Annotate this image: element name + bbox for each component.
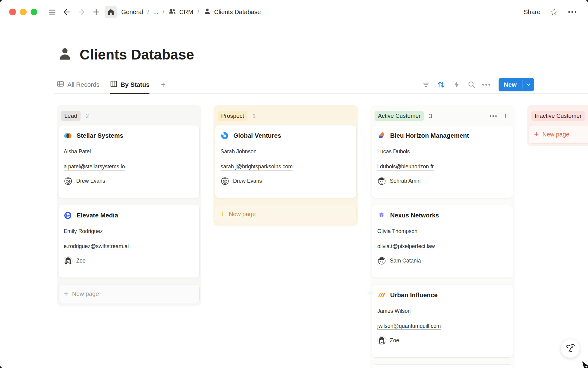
lightning-icon[interactable] <box>452 80 461 89</box>
sam-catania-avatar <box>377 256 386 265</box>
spiral-icon <box>64 211 72 220</box>
email-link[interactable]: jwilson@quantumquill.com <box>377 322 441 330</box>
kanban-column-active-customer: Active Customer 3 + Bleu Horizon Managem… <box>370 105 515 368</box>
owner-row: Drew Evans <box>64 177 194 186</box>
new-page-button[interactable]: + New page <box>529 125 588 144</box>
new-page-button[interactable]: + New page <box>215 205 356 223</box>
owner-row: Drew Evans <box>221 177 351 186</box>
hamburger-icon[interactable] <box>46 6 58 18</box>
company-name: Global Ventures <box>233 131 281 140</box>
new-button-label[interactable]: New <box>499 78 522 91</box>
owner-row: Zoe <box>64 256 194 265</box>
column-add-plus-icon[interactable]: + <box>503 111 508 121</box>
contact-name: James Wilson <box>377 307 508 315</box>
ring-icon <box>221 132 229 140</box>
breadcrumb-separator: / <box>162 9 165 15</box>
chevron-down-icon[interactable] <box>522 78 534 91</box>
partial-card[interactable] <box>372 364 513 368</box>
owner-name: Zoe <box>390 337 399 344</box>
kanban-card[interactable]: Bleu Horizon Management Lucas Dubois l.d… <box>372 125 513 198</box>
company-name: Urban Influence <box>390 290 438 300</box>
kanban-card[interactable]: Nexus Networks Olivia Thompson olivia.t@… <box>372 205 513 278</box>
board-view-icon <box>110 80 118 89</box>
new-page-button[interactable]: + New page <box>58 285 200 303</box>
face-logo-icon <box>560 339 580 358</box>
company-name: Nexus Networks <box>390 211 439 220</box>
forward-arrow-icon[interactable] <box>75 6 88 18</box>
card-title-row: Stellar Systems <box>64 131 194 140</box>
owner-row: Sohrab Amin <box>377 177 508 186</box>
email-link[interactable]: a.patel@stellarsystems.io <box>64 163 125 170</box>
card-title-row: Nexus Networks <box>377 211 508 220</box>
filter-icon[interactable] <box>422 80 430 89</box>
contact-name: Sarah Johnson <box>221 148 351 155</box>
drew-evans-avatar <box>64 177 73 186</box>
pie-chart-icon <box>377 132 386 140</box>
search-icon[interactable] <box>467 80 476 89</box>
people-icon <box>168 7 176 17</box>
view-toolbar: New <box>422 76 534 93</box>
minimize-button[interactable] <box>20 9 27 15</box>
column-header: Inactive Customer <box>529 107 588 125</box>
zoom-button[interactable] <box>31 9 37 15</box>
view-more-ellipsis-icon[interactable] <box>482 84 490 86</box>
view-tabs-bar: All Records By Status + New <box>54 76 588 94</box>
tab-all-records[interactable]: All Records <box>57 76 100 93</box>
column-status-pill[interactable]: Inactive Customer <box>531 111 585 121</box>
column-status-pill[interactable]: Lead <box>61 111 81 121</box>
breadcrumb-item-crm[interactable]: CRM <box>168 7 193 17</box>
breadcrumb-item-clients-database[interactable]: Clients Database <box>203 7 261 17</box>
company-name: Bleu Horizon Management <box>390 131 469 140</box>
company-name: Elevate Media <box>77 211 118 220</box>
person-icon <box>203 7 211 17</box>
new-record-button[interactable]: New <box>499 78 534 91</box>
new-tab-plus-icon[interactable] <box>90 6 102 18</box>
owner-name: Zoe <box>76 258 85 264</box>
kanban-card[interactable]: Global Ventures Sarah Johnson sarah.j@br… <box>215 125 356 198</box>
column-cards: Stellar Systems Aisha Patel a.patel@stel… <box>58 125 200 278</box>
breadcrumb-item-collapsed[interactable]: ... <box>153 9 158 16</box>
close-button[interactable] <box>9 9 16 15</box>
more-ellipsis-icon[interactable] <box>568 11 577 13</box>
plus-icon: + <box>534 130 539 138</box>
kanban-column-prospect: Prospect 1 Global Ventures Sarah Johnson… <box>213 105 358 226</box>
kanban-card[interactable]: Stellar Systems Aisha Patel a.patel@stel… <box>58 125 200 198</box>
column-count: 2 <box>85 113 89 120</box>
column-more-ellipsis-icon[interactable] <box>490 115 497 117</box>
breadcrumb: General / ... / CRM / Clients Database <box>121 7 261 17</box>
favorite-star-icon[interactable]: ☆ <box>550 7 559 17</box>
contact-name: Olivia Thompson <box>377 228 508 235</box>
email-link[interactable]: l.dubois@bleuhorizon.fr <box>377 163 434 170</box>
kanban-column-inactive-customer: Inactive Customer + New page <box>527 105 588 146</box>
column-status-pill[interactable]: Prospect <box>218 111 247 121</box>
email-link[interactable]: sarah.j@brightsparksolns.com <box>221 163 293 170</box>
layers-icon <box>377 211 386 220</box>
sort-arrows-icon[interactable] <box>437 80 446 89</box>
column-count: 3 <box>429 113 432 120</box>
new-page-label: New page <box>72 290 99 297</box>
kanban-card[interactable]: Elevate Media Emily Rodriguez e.rodrigue… <box>58 205 200 278</box>
card-title-row: Bleu Horizon Management <box>377 131 508 140</box>
back-arrow-icon[interactable] <box>61 6 73 18</box>
venn-circles-icon <box>64 132 72 140</box>
kanban-column-lead: Lead 2 Stellar Systems Aisha Patel a.pat… <box>57 105 201 306</box>
breadcrumb-item-general[interactable]: General <box>121 9 143 16</box>
page-title[interactable]: Clients Database <box>80 46 194 63</box>
home-icon[interactable] <box>105 6 117 18</box>
tab-by-status[interactable]: By Status <box>110 76 150 93</box>
page-person-icon[interactable] <box>57 46 73 63</box>
owner-name: Sohrab Amin <box>390 178 420 184</box>
add-view-plus-icon[interactable]: + <box>160 80 165 90</box>
share-button[interactable]: Share <box>524 8 541 16</box>
pointer-cursor-icon <box>582 361 588 368</box>
email-link[interactable]: e.rodriguez@swiftstream.ai <box>64 243 129 250</box>
topbar: General / ... / CRM / Clients Database S… <box>0 0 588 24</box>
card-title-row: Elevate Media <box>64 211 194 220</box>
column-header: Active Customer 3 + <box>372 107 513 125</box>
column-cards: Global Ventures Sarah Johnson sarah.j@br… <box>215 125 356 198</box>
column-actions: + <box>490 111 510 121</box>
column-status-pill[interactable]: Active Customer <box>375 111 424 121</box>
traffic-lights <box>9 9 37 15</box>
kanban-card[interactable]: Urban Influence James Wilson jwilson@qua… <box>372 285 513 358</box>
email-link[interactable]: olivia.t@pixelperfect.law <box>377 243 435 250</box>
